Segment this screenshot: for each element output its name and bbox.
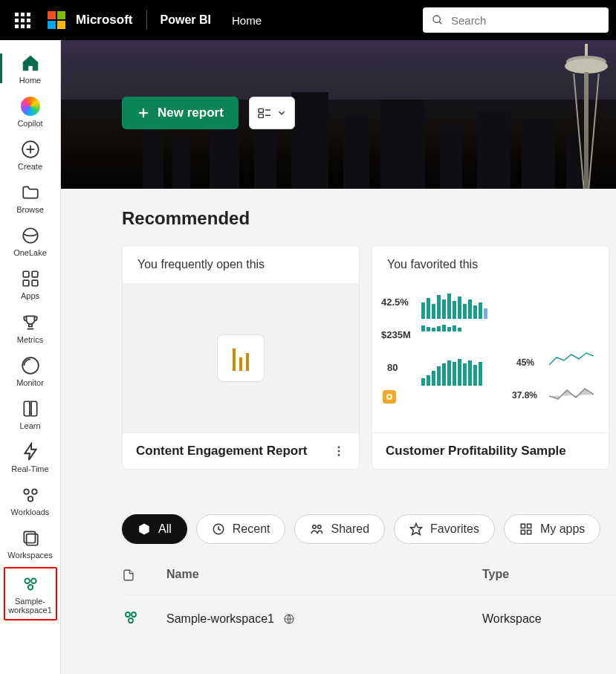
svg-rect-14	[24, 531, 35, 542]
nav-workspaces[interactable]: Workspaces	[4, 522, 56, 564]
onelake-icon	[21, 226, 40, 245]
column-type[interactable]: Type	[482, 568, 616, 586]
card-title: Customer Profitability Sample	[386, 444, 566, 458]
report-icon	[217, 334, 265, 382]
svg-point-11	[24, 489, 28, 494]
nav-metrics-label: Metrics	[17, 335, 43, 344]
recommended-card[interactable]: You favorited this 42.5% $235M 80	[372, 245, 609, 470]
hero-banner: New report	[61, 40, 616, 189]
kpi-value: $235M	[381, 329, 411, 340]
nav-browse[interactable]: Browse	[4, 177, 56, 218]
chevron-down-icon	[276, 108, 287, 118]
trophy-icon	[21, 313, 40, 332]
filter-label: All	[158, 522, 172, 536]
table-header: Name Type	[122, 562, 616, 595]
breadcrumb: Home	[232, 14, 262, 27]
cube-icon	[137, 522, 151, 536]
svg-rect-21	[259, 108, 263, 112]
svg-rect-6	[23, 272, 29, 278]
svg-rect-32	[521, 524, 525, 528]
kpi-value: 45%	[516, 357, 534, 368]
workloads-icon	[21, 485, 40, 505]
left-nav: Home Copilot Create Browse OneLake Apps …	[0, 40, 61, 674]
home-icon	[21, 54, 40, 73]
shared-icon	[310, 522, 323, 536]
svg-point-17	[31, 579, 36, 584]
row-name: Sample-workspace1	[166, 612, 274, 626]
folder-icon	[21, 183, 40, 202]
recommended-card[interactable]: You frequently open this Content Engagem…	[122, 245, 360, 470]
svg-rect-7	[32, 272, 38, 278]
nav-onelake-label: OneLake	[13, 248, 47, 257]
plus-icon	[137, 106, 150, 120]
nav-workloads[interactable]: Workloads	[4, 479, 56, 521]
search-box[interactable]	[423, 7, 609, 33]
nav-apps[interactable]: Apps	[4, 263, 56, 305]
microsoft-logo-icon	[48, 11, 65, 29]
layout-icon	[257, 107, 272, 119]
nav-home[interactable]: Home	[4, 48, 56, 89]
nav-create[interactable]: Create	[4, 134, 56, 175]
card-hint: You favorited this	[372, 246, 609, 283]
svg-rect-35	[527, 531, 531, 534]
app-launcher-icon[interactable]	[7, 5, 37, 35]
search-input[interactable]	[451, 14, 600, 27]
sparkline-icon	[549, 383, 594, 405]
kpi-value: 37.8%	[512, 390, 537, 401]
nav-sample-workspace-label: Sample-workspace1	[7, 597, 54, 615]
monitor-icon	[21, 356, 40, 375]
bolt-icon	[21, 442, 40, 461]
nav-onelake[interactable]: OneLake	[4, 220, 56, 262]
nav-workspaces-label: Workspaces	[7, 551, 52, 560]
brand-label: Microsoft	[76, 13, 133, 27]
svg-point-10	[22, 357, 39, 374]
product-label[interactable]: Power BI	[161, 13, 211, 27]
plus-circle-icon	[21, 140, 40, 159]
main-content: New report Recommended You frequently op…	[61, 40, 616, 674]
nav-copilot-label: Copilot	[17, 119, 42, 128]
filter-shared[interactable]: Shared	[294, 514, 385, 544]
table-row[interactable]: Sample-workspace1 Workspace	[122, 595, 616, 643]
filter-bar: All Recent Shared Favorites My apps	[122, 514, 616, 544]
svg-line-1	[439, 22, 441, 24]
apps-icon	[21, 269, 40, 288]
nav-realtime[interactable]: Real-Time	[4, 436, 56, 478]
svg-rect-22	[259, 114, 263, 118]
kpi-value: 42.5%	[381, 297, 409, 308]
new-report-button[interactable]: New report	[122, 97, 239, 129]
nav-metrics[interactable]: Metrics	[4, 307, 56, 349]
filter-label: Recent	[233, 522, 270, 536]
svg-point-0	[433, 16, 440, 22]
filter-myapps[interactable]: My apps	[504, 514, 600, 544]
svg-rect-9	[32, 281, 38, 287]
svg-point-27	[338, 454, 340, 456]
svg-point-13	[27, 496, 33, 502]
clock-icon	[212, 522, 225, 536]
nav-sample-workspace[interactable]: Sample-workspace1	[4, 567, 57, 620]
more-vertical-icon[interactable]	[332, 444, 346, 458]
people-icon	[122, 609, 140, 626]
svg-rect-8	[23, 281, 29, 287]
svg-point-25	[338, 446, 340, 448]
nav-monitor[interactable]: Monitor	[4, 350, 56, 392]
svg-point-26	[338, 450, 340, 453]
filter-all[interactable]: All	[122, 514, 187, 544]
svg-point-29	[313, 525, 317, 529]
nav-workloads-label: Workloads	[11, 508, 50, 516]
content-table: Name Type Sample-workspace1 Workspace	[122, 562, 616, 643]
new-report-label: New report	[158, 106, 224, 120]
filter-favorites[interactable]: Favorites	[394, 514, 495, 544]
nav-realtime-label: Real-Time	[11, 464, 48, 473]
nav-apps-label: Apps	[21, 291, 39, 300]
column-name[interactable]: Name	[166, 568, 482, 586]
workspaces-icon	[21, 528, 40, 548]
star-icon	[409, 522, 423, 536]
nav-learn[interactable]: Learn	[4, 393, 56, 435]
dashboard-thumbnail: 42.5% $235M 80 45	[378, 289, 603, 427]
filter-recent[interactable]: Recent	[196, 514, 286, 544]
filter-label: Favorites	[430, 522, 479, 536]
view-options-button[interactable]	[249, 97, 295, 129]
divider	[146, 10, 147, 30]
nav-copilot[interactable]: Copilot	[4, 91, 56, 132]
svg-point-30	[318, 525, 322, 529]
